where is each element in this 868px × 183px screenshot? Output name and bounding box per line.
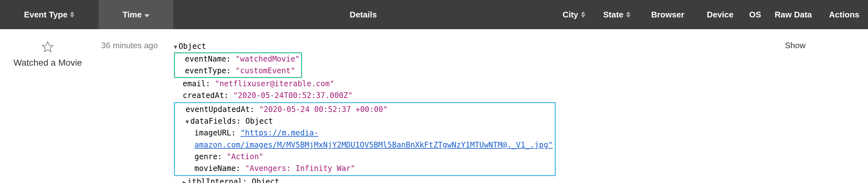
star-icon (41, 41, 54, 53)
highlight-green: eventName: "watchedMovie" eventType: "cu… (174, 52, 302, 78)
chevron-down-icon: ▼ (174, 43, 178, 50)
col-header-device: Device (696, 0, 744, 29)
svg-marker-1 (70, 15, 74, 18)
col-header-browser: Browser (639, 0, 696, 29)
col-header-os: OS (744, 0, 766, 29)
json-key: movieName: (194, 164, 241, 173)
json-value: "watchedMovie" (236, 54, 300, 64)
col-header-rawdata: Raw Data (766, 0, 820, 29)
cell-event-type: Watched a Movie (0, 41, 95, 68)
sort-icon (581, 11, 585, 18)
json-key: eventUpdatedAt: (186, 105, 255, 114)
json-value: "Action" (227, 152, 264, 161)
json-key: eventName: (185, 54, 231, 64)
sort-desc-icon (144, 10, 149, 20)
event-type-label: Watched a Movie (6, 58, 90, 68)
col-header-label: Event Type (24, 10, 68, 20)
sort-icon (626, 11, 630, 18)
json-type: Object (178, 42, 206, 51)
json-value: "2020-05-24T00:52:37.000Z" (234, 91, 353, 100)
svg-marker-5 (626, 11, 630, 14)
col-header-label: OS (749, 10, 761, 20)
col-header-label: State (603, 10, 623, 20)
json-key: email: (183, 79, 211, 88)
col-header-city[interactable]: City (553, 0, 595, 29)
json-value: "customEvent" (236, 66, 296, 75)
json-key: genre: (194, 152, 222, 161)
highlight-blue: eventUpdatedAt: "2020-05-24 00:52:37 +00… (174, 102, 556, 176)
json-value: "2020-05-24 00:52:37 +00:00" (259, 105, 388, 114)
json-key: itblInternal: (187, 177, 247, 183)
json-value: "netflixuser@iterable.com" (215, 79, 335, 88)
show-raw-data-link[interactable]: Show (785, 41, 806, 50)
cell-rawdata: Show (769, 41, 822, 50)
chevron-right-icon: ▶ (183, 179, 186, 183)
svg-marker-4 (581, 15, 585, 18)
svg-marker-7 (42, 42, 53, 52)
json-root[interactable]: ▼Object (174, 41, 556, 52)
json-key: imageURL: (194, 129, 236, 137)
time-label: 36 minutes ago (101, 41, 158, 50)
chevron-down-icon: ▼ (186, 118, 189, 125)
table-header: Event Type Time Details City State Brows… (0, 0, 868, 29)
json-expand-datafields[interactable]: ▼dataFields: Object (177, 115, 553, 127)
sort-icon (70, 11, 74, 18)
json-link-value[interactable]: "https://m.media-amazon.com/images/M/MV5… (194, 129, 553, 149)
svg-marker-3 (581, 11, 585, 14)
json-type: Object (252, 177, 279, 183)
col-header-label: City (562, 10, 578, 20)
event-row: Watched a Movie 36 minutes ago ▼Object e… (0, 29, 868, 183)
col-header-label: Actions (829, 10, 859, 20)
col-header-label: Device (707, 10, 734, 20)
col-header-details: Details (173, 0, 553, 29)
json-expand-itblinternal[interactable]: ▶itblInternal: Object (174, 176, 556, 183)
col-header-label: Raw Data (775, 10, 812, 20)
json-key: dataFields: (190, 117, 241, 125)
json-value: "Avengers: Infinity War" (245, 164, 355, 173)
json-type: Object (245, 117, 273, 125)
col-header-label: Details (350, 10, 377, 20)
col-header-time[interactable]: Time (99, 0, 173, 29)
json-key: createdAt: (183, 91, 229, 100)
col-header-label: Browser (651, 10, 684, 20)
json-key: eventType: (185, 66, 231, 75)
svg-marker-2 (144, 14, 149, 17)
svg-marker-6 (626, 15, 630, 18)
cell-details: ▼Object eventName: "watchedMovie" eventT… (168, 41, 561, 183)
col-header-actions: Actions (820, 0, 868, 29)
col-header-event-type[interactable]: Event Type (0, 0, 99, 29)
col-header-state[interactable]: State (595, 0, 639, 29)
cell-time: 36 minutes ago (95, 41, 168, 50)
svg-marker-0 (70, 11, 74, 14)
col-header-label: Time (122, 10, 142, 20)
